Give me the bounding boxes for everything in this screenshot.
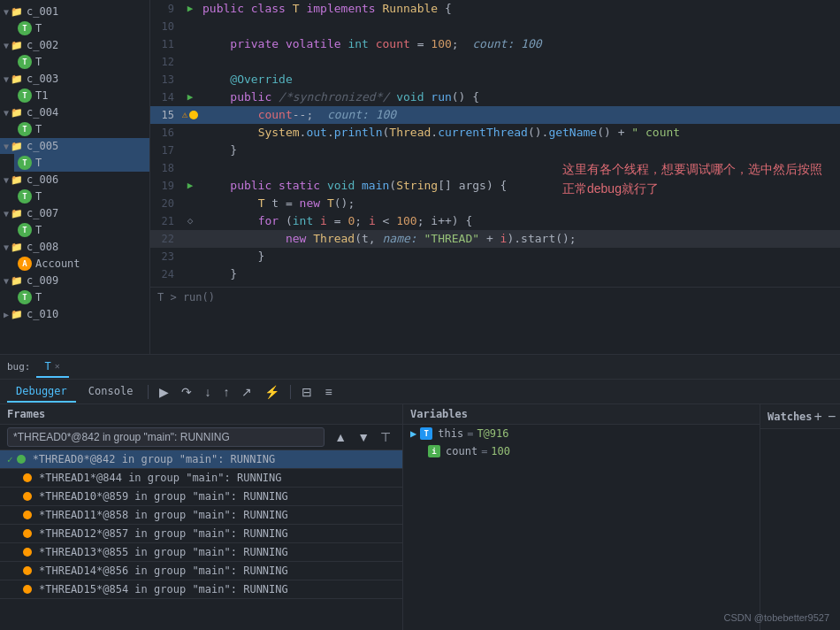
sidebar-item-c001-child[interactable]: T T [14,19,149,37]
sidebar-item-c003-child[interactable]: T T1 [14,87,149,104]
status-dot [17,455,26,464]
tree-label: T [35,123,42,135]
sidebar-item-c005-child[interactable]: T T [14,154,149,172]
frame-down-button[interactable]: ▼ [353,428,374,446]
line-number: 11 [150,35,181,53]
add-watch-button[interactable]: + [813,408,824,425]
folder-icon: 📁 [11,309,23,320]
step-over-button[interactable]: ↷ [177,382,196,402]
file-icon: T [18,88,32,103]
evaluate-button[interactable]: ⚡ [260,382,284,402]
status-dot [23,566,32,575]
frame-item[interactable]: *THREAD12*@857 in group "main": RUNNING [0,525,402,543]
tree-arrow: ▼ [4,108,9,118]
sidebar-item-c003[interactable]: ▼ 📁 c_003 [0,71,149,87]
frame-filter-button[interactable]: ⊤ [376,428,395,446]
line-gutter: ⚠ [181,106,199,124]
remove-watch-button[interactable]: − [826,408,837,425]
file-icon: T [18,290,32,304]
frame-item[interactable]: *THREAD13*@855 in group "main": RUNNING [0,543,402,562]
frame-item[interactable]: *THREAD11*@858 in group "main": RUNNING [0,506,402,525]
frame-dropdown-row: *THREAD0*@842 in group "main": RUNNING ▲… [0,425,402,450]
sidebar-item-c002[interactable]: ▼ 📁 c_002 [0,37,149,53]
sidebar-item-c008[interactable]: ▼ 📁 c_008 [0,239,149,255]
close-icon[interactable]: ✕ [55,361,60,371]
sidebar-item-c009-child[interactable]: T T [14,288,149,306]
frames-header: Frames [0,404,402,425]
tab-t-label: T [45,360,51,373]
sidebar-item-c007[interactable]: ▼ 📁 c_007 [0,205,149,221]
file-icon: T [18,156,32,170]
tree-arrow: ▼ [4,209,9,219]
sidebar-item-c005[interactable]: ▼ 📁 c_005 [0,138,149,154]
folder-icon: 📁 [11,73,23,85]
var-name-count: count [446,445,477,457]
frame-label: *THREAD14*@856 in group "main": RUNNING [39,565,288,577]
line-gutter: ▶ [181,88,199,106]
folder-icon: 📁 [11,40,23,51]
code-line-22: 22 new Thread(t, name: "THREAD" + i).sta… [150,230,840,248]
frame-dropdown[interactable]: *THREAD0*@842 in group "main": RUNNING [7,427,325,447]
file-icon: T [18,55,32,69]
sidebar-item-c006-child[interactable]: T T [14,188,149,205]
sidebar-item-c002-child[interactable]: T T [14,53,149,71]
frame-item[interactable]: *THREAD14*@856 in group "main": RUNNING [0,562,402,580]
variables-header: Variables [403,404,760,425]
tab-t[interactable]: T ✕ [36,357,69,378]
sidebar-item-c006[interactable]: ▼ 📁 c_006 [0,172,149,188]
line-number: 12 [150,53,181,71]
tree-label: T [35,22,42,35]
frame-item[interactable]: *THREAD15*@854 in group "main": RUNNING [0,580,402,599]
sidebar-item-c004-child[interactable]: T T [14,120,149,138]
folder-icon: 📁 [11,141,23,152]
frame-up-button[interactable]: ▲ [330,428,351,446]
editor-container[interactable]: 9 ▶ public class T implements Runnable {… [150,0,840,354]
sidebar-item-c007-child[interactable]: T T [14,221,149,239]
file-icon: T [18,223,32,237]
sidebar-item-c009[interactable]: ▼ 📁 c_009 [0,273,149,288]
code-content: private volatile int count = 100; count:… [199,35,840,53]
tree-label: T [35,291,42,303]
folder-icon: 📁 [11,242,23,253]
code-content [199,18,840,35]
frame-item[interactable]: ✓ *THREAD0*@842 in group "main": RUNNING [0,450,402,469]
status-dot [23,473,32,482]
frame-item[interactable]: *THREAD10*@859 in group "main": RUNNING [0,488,402,506]
folder-icon: 📁 [11,208,23,219]
var-value-this: T@916 [477,427,508,440]
bottom-section: bug: T ✕ Debugger Console ▶ ↷ ↓ ↑ ↗ ⚡ ⊟ … [0,354,840,630]
debugger-tab-bar: bug: T ✕ [0,355,840,380]
tree-arrow: ▼ [4,242,9,252]
sidebar-item-c004[interactable]: ▼ 📁 c_004 [0,104,149,120]
line-number: 10 [150,18,181,35]
resume-button[interactable]: ▶ [155,382,173,402]
expand-arrow-icon[interactable]: ▶ [410,427,416,440]
code-line-12: 12 [150,53,840,71]
status-dot [23,548,32,557]
run-arrow-icon: ▶ [187,177,194,195]
line-gutter: ▶ [181,177,199,195]
tree-label: T [35,157,42,169]
frame-item[interactable]: *THREAD1*@844 in group "main": RUNNING [0,469,402,488]
step-out-button[interactable]: ↑ [218,382,233,402]
tab-debugger[interactable]: Debugger [7,381,76,403]
line-number: 9 [150,0,181,18]
tree-arrow: ▼ [4,175,9,185]
tree-label: Account [35,257,80,270]
run-to-cursor-button[interactable]: ↗ [237,382,256,402]
more-button[interactable]: ≡ [320,382,336,402]
settings-button[interactable]: ⊟ [297,382,317,402]
file-icon: A [18,257,32,271]
sidebar-item-c001[interactable]: ▼ 📁 c_001 [0,4,149,19]
tab-console[interactable]: Console [80,381,142,403]
tree-label: T [35,190,42,203]
folder-icon: 📁 [11,107,23,119]
step-into-button[interactable]: ↓ [200,382,215,402]
var-type-icon: i [428,445,440,457]
code-content: public class T implements Runnable { [199,0,840,18]
debugger-toolbar: Debugger Console ▶ ↷ ↓ ↑ ↗ ⚡ ⊟ ≡ [0,380,840,404]
tree-label: T [35,56,42,68]
sidebar-item-c008-child[interactable]: A Account [14,255,149,273]
sidebar-item-c010[interactable]: ▶ 📁 c_010 [0,306,149,322]
tab-debugger-label: Debugger [16,385,67,397]
